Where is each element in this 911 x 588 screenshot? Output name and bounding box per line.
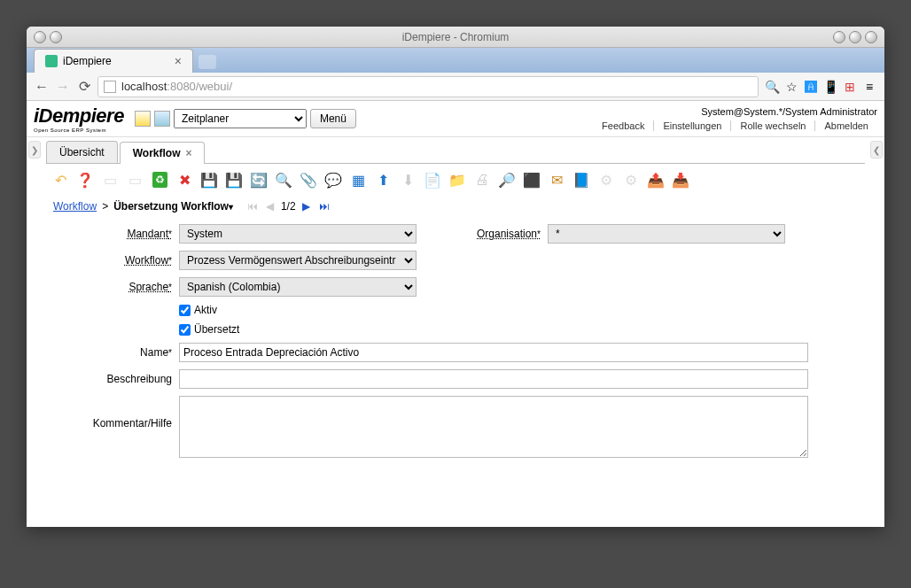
browser-tab[interactable]: iDempiere ×: [34, 49, 193, 73]
attachment-icon[interactable]: 📎: [298, 169, 319, 190]
save-new-icon[interactable]: 💾: [223, 169, 245, 190]
content-area: ❯ Übersicht Workflow × ↶ ❓ ▭ ▭ ♻ ✖ 💾 💾 🔄…: [27, 137, 884, 527]
delete-selection-icon[interactable]: ✖: [174, 169, 195, 190]
minimize-icon[interactable]: [833, 31, 845, 43]
field-mandant[interactable]: System: [179, 224, 417, 244]
prev-record-icon[interactable]: ◀: [263, 199, 277, 213]
page-icon: [104, 81, 116, 93]
tab-overview[interactable]: Übersicht: [46, 141, 118, 163]
bookmark-icon[interactable]: ☆: [783, 79, 799, 95]
zoom-across-icon[interactable]: 🔎: [496, 169, 518, 190]
window-menu-icon[interactable]: [34, 31, 46, 43]
menu-icon[interactable]: ≡: [861, 79, 877, 95]
field-kommentar[interactable]: [179, 396, 808, 458]
breadcrumb-root[interactable]: Workflow: [53, 200, 97, 213]
export-icon[interactable]: 📤: [645, 169, 666, 190]
os-window: iDempiere - Chromium iDempiere × ← → ⟳ l…: [27, 27, 884, 527]
parent-icon[interactable]: ⬆: [372, 169, 393, 190]
product-icon[interactable]: 📘: [571, 169, 592, 190]
browser-tabstrip: iDempiere ×: [27, 48, 884, 73]
workflow-icon[interactable]: ⬛: [521, 169, 542, 190]
new-tab-button[interactable]: [199, 55, 216, 69]
address-bar: ← → ⟳ localhost:8080/webui/ 🔍 ☆ 🅰 📱 ⊞ ≡: [27, 73, 884, 101]
grid-icon[interactable]: ▦: [347, 169, 369, 190]
checkbox-uebersetzt[interactable]: Übersetzt: [179, 323, 239, 336]
gplus-icon[interactable]: ⊞: [842, 79, 858, 95]
menu-select[interactable]: Zeitplaner: [174, 109, 307, 128]
right-panel-toggle[interactable]: ❮: [870, 141, 883, 159]
open-window-icon[interactable]: [154, 111, 170, 127]
breadcrumb-current[interactable]: Übersetzung Workflow▾: [113, 200, 233, 213]
tab-close-icon[interactable]: ×: [185, 147, 191, 159]
copy-icon[interactable]: ▭: [124, 169, 145, 190]
window-title: iDempiere - Chromium: [402, 31, 510, 43]
import-icon[interactable]: 📥: [670, 169, 691, 190]
app-tabs: Übersicht Workflow ×: [46, 141, 865, 164]
translation-form: Mandant* System Organisation* * Workflow…: [46, 217, 865, 472]
titlebar: iDempiere - Chromium: [27, 27, 884, 48]
label-organisation: Organisation*: [477, 228, 541, 240]
record-toolbar: ↶ ❓ ▭ ▭ ♻ ✖ 💾 💾 🔄 🔍 📎 💬 ▦ ⬆ ⬇ 📄 📁 🖨 🔎: [46, 164, 865, 196]
url-text: localhost:8080/webui/: [121, 80, 232, 93]
record-pager: ⏮ ◀ 1/2 ▶ ⏭: [245, 199, 331, 213]
find-icon[interactable]: 🔍: [273, 169, 294, 190]
label-beschreibung: Beschreibung: [57, 373, 172, 385]
label-mandant: Mandant*: [57, 228, 172, 240]
logo: iDempiere Open Source ERP System: [34, 104, 124, 133]
delete-icon[interactable]: ♻: [149, 169, 170, 190]
chat-icon[interactable]: 💬: [323, 169, 344, 190]
request-icon[interactable]: ✉: [546, 169, 567, 190]
field-workflow[interactable]: Prozess Vermögenswert Abschreibungseintr: [179, 251, 417, 270]
report-icon[interactable]: 📄: [422, 169, 443, 190]
link-logout[interactable]: Abmelden: [815, 120, 877, 131]
maximize-icon[interactable]: [849, 31, 861, 43]
refresh-icon[interactable]: 🔄: [248, 169, 269, 190]
process-icon[interactable]: ⚙: [596, 169, 617, 190]
next-record-icon[interactable]: ▶: [300, 199, 314, 213]
label-workflow: Workflow*: [57, 254, 172, 267]
undo-icon[interactable]: ↶: [50, 169, 71, 190]
url-field[interactable]: localhost:8080/webui/: [97, 76, 759, 97]
print-icon[interactable]: 🖨: [471, 169, 493, 190]
process2-icon[interactable]: ⚙: [620, 169, 642, 190]
forward-button[interactable]: →: [55, 79, 71, 95]
checkbox-aktiv[interactable]: Aktiv: [179, 304, 217, 316]
label-kommentar: Kommentar/Hilfe: [57, 396, 172, 429]
zoom-icon[interactable]: 🔍: [764, 79, 780, 95]
reload-button[interactable]: ⟳: [76, 79, 92, 95]
system-info: System@System.*/System Administrator: [593, 106, 877, 117]
link-settings[interactable]: Einstellungen: [654, 120, 731, 131]
field-sprache[interactable]: Spanish (Colombia): [179, 277, 417, 297]
last-record-icon[interactable]: ⏭: [317, 199, 331, 213]
page-indicator: 1/2: [281, 200, 296, 213]
link-feedback[interactable]: Feedback: [593, 120, 654, 131]
tab-workflow[interactable]: Workflow ×: [120, 142, 206, 164]
label-sprache: Sprache*: [57, 281, 172, 293]
tab-close-icon[interactable]: ×: [175, 54, 182, 68]
breadcrumb: Workflow > Übersetzung Workflow▾ ⏮ ◀ 1/2…: [46, 196, 865, 217]
browser-tab-label: iDempiere: [63, 55, 112, 67]
new-record-icon[interactable]: [135, 111, 151, 127]
field-organisation[interactable]: *: [548, 224, 785, 244]
main-panel: Übersicht Workflow × ↶ ❓ ▭ ▭ ♻ ✖ 💾 💾 🔄 🔍…: [43, 137, 868, 527]
app-header: iDempiere Open Source ERP System Zeitpla…: [27, 101, 884, 137]
favicon-icon: [45, 55, 58, 67]
field-beschreibung[interactable]: [179, 369, 808, 389]
device-icon[interactable]: 📱: [822, 79, 838, 95]
window-pin-icon[interactable]: [50, 31, 62, 43]
link-role[interactable]: Rolle wechseln: [731, 120, 815, 131]
translate-icon[interactable]: 🅰: [803, 79, 819, 95]
archive-icon[interactable]: 📁: [447, 169, 468, 190]
back-button[interactable]: ←: [34, 79, 50, 95]
field-name[interactable]: [179, 343, 808, 362]
save-icon[interactable]: 💾: [199, 169, 220, 190]
label-name: Name*: [57, 346, 172, 359]
left-panel-toggle[interactable]: ❯: [28, 141, 41, 159]
detail-icon[interactable]: ⬇: [397, 169, 418, 190]
new-icon[interactable]: ▭: [99, 169, 121, 190]
help-icon[interactable]: ❓: [74, 169, 96, 190]
first-record-icon[interactable]: ⏮: [245, 199, 260, 213]
menu-button[interactable]: Menü: [310, 109, 356, 128]
close-icon[interactable]: [865, 31, 877, 43]
